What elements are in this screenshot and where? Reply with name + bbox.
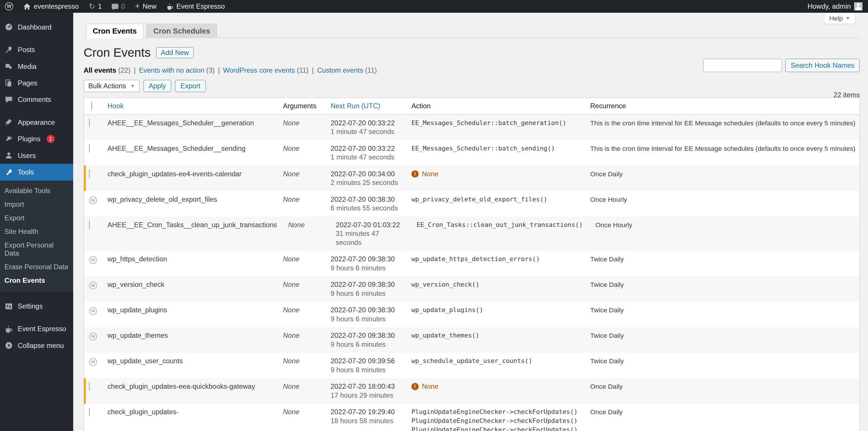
- row-checkbox[interactable]: [89, 382, 90, 391]
- plus-icon: +: [135, 2, 140, 10]
- tools-icon: [4, 168, 13, 177]
- search-input[interactable]: [703, 59, 782, 72]
- next-run-datetime: 2022-07-20 18:00:43: [331, 382, 400, 391]
- export-button[interactable]: Export: [175, 80, 206, 92]
- sidebar-item-collapse[interactable]: Collapse menu: [0, 337, 73, 354]
- hook-name: check_plugin_updates-: [102, 404, 277, 431]
- recurrence-cell: Twice Daily: [585, 327, 860, 353]
- recurrence-text: Once Daily: [590, 407, 854, 417]
- updates-menu[interactable]: ↻ 1: [84, 0, 107, 13]
- wordpress-logo-menu[interactable]: W: [0, 0, 18, 13]
- row-select-cell: W: [86, 191, 102, 217]
- sort-by-next-run-link[interactable]: Next Run (UTC): [331, 102, 380, 110]
- action-callback: wp_update_plugins(): [411, 306, 579, 315]
- submenu-item-import[interactable]: Import: [0, 197, 73, 211]
- row-checkbox[interactable]: [89, 221, 90, 229]
- row-checkbox[interactable]: [89, 170, 90, 178]
- wordpress-core-icon: W: [89, 256, 97, 264]
- sort-by-hook-link[interactable]: Hook: [107, 102, 124, 110]
- row-checkbox[interactable]: [89, 144, 90, 153]
- submenu-item-available-tools[interactable]: Available Tools: [0, 184, 73, 197]
- new-content-menu[interactable]: + New: [130, 0, 161, 13]
- next-run-relative: 9 hours 8 minutes: [331, 366, 400, 375]
- submenu-item-cron-events[interactable]: Cron Events: [0, 274, 73, 287]
- row-select-cell: [86, 217, 102, 251]
- sidebar-item-label: Event Espresso: [18, 325, 66, 333]
- action-cell: !None: [406, 378, 585, 404]
- action-none-label: None: [422, 170, 438, 179]
- filter-link-wordpress-core-events[interactable]: WordPress core events (11): [223, 66, 308, 74]
- sidebar-item-label: Comments: [18, 95, 51, 104]
- wordpress-core-icon: W: [89, 196, 97, 204]
- hook-name: wp_update_themes: [102, 327, 277, 353]
- event-espresso-adminbar-menu[interactable]: Event Espresso: [161, 0, 230, 13]
- sidebar-item-pages[interactable]: Pages: [0, 75, 73, 91]
- comments-menu[interactable]: 0: [107, 0, 130, 13]
- filter-link-custom-events[interactable]: Custom events (11): [317, 66, 377, 74]
- bulk-actions-select[interactable]: Bulk Actions ▼: [84, 80, 140, 92]
- filter-count: (22): [118, 66, 130, 74]
- submenu-item-site-health[interactable]: Site Health: [0, 225, 73, 238]
- next-run-relative: 17 hours 29 minutes: [331, 391, 400, 400]
- action-callback: wp_schedule_update_user_counts(): [411, 357, 579, 366]
- sidebar-item-appearance[interactable]: Appearance: [0, 114, 73, 130]
- wordpress-core-icon: W: [89, 333, 97, 340]
- action-callback: EE_Messages_Scheduler::batch_generation(…: [411, 119, 579, 128]
- search-hook-names-button[interactable]: Search Hook Names: [785, 59, 860, 72]
- sidebar-item-settings[interactable]: Settings: [0, 298, 73, 314]
- sidebar-item-label: Media: [18, 63, 36, 71]
- hook-name: wp_https_detection: [102, 251, 277, 276]
- hook-name: wp_privacy_delete_old_export_files: [102, 191, 277, 217]
- next-run-relative: 9 hours 6 minutes: [331, 340, 400, 349]
- next-run-cell: 2022-07-20 00:34:002 minutes 25 seconds: [325, 165, 406, 191]
- arguments-cell: None: [277, 353, 325, 378]
- sidebar-item-users[interactable]: Users: [0, 147, 73, 164]
- sidebar-item-tools[interactable]: Tools: [0, 164, 73, 180]
- arguments-none: None: [283, 332, 300, 339]
- tab-cron-events[interactable]: Cron Events: [86, 24, 144, 38]
- user-avatar[interactable]: [854, 2, 863, 11]
- arguments-cell: None: [277, 115, 325, 140]
- sidebar-item-media[interactable]: Media: [0, 58, 73, 75]
- action-cell: EE_Messages_Scheduler::batch_sending(): [406, 140, 585, 165]
- select-all-checkbox[interactable]: [91, 101, 92, 110]
- recurrence-cell: This is the cron time interval for EE Me…: [585, 140, 860, 165]
- apply-button[interactable]: Apply: [144, 80, 171, 92]
- sidebar-item-posts[interactable]: Posts: [0, 41, 73, 58]
- howdy-label[interactable]: Howdy, admin: [808, 2, 851, 10]
- arguments-header: Arguments: [277, 98, 325, 114]
- filter-link-all-events[interactable]: All events (22): [84, 66, 130, 74]
- coffee-cup-icon: [166, 3, 174, 10]
- row-select-cell: [86, 115, 102, 140]
- recurrence-cell: This is the cron time interval for EE Me…: [585, 115, 860, 140]
- sidebar-item-event-espresso[interactable]: Event Espresso: [0, 321, 73, 337]
- next-run-relative: 6 minutes 55 seconds: [331, 204, 400, 213]
- filter-link-events-with-no-action[interactable]: Events with no action (3): [139, 66, 215, 74]
- next-run-cell: 2022-07-20 01:03:2231 minutes 47 seconds: [330, 217, 411, 251]
- table-row: Wwp_update_user_countsNone2022-07-20 09:…: [84, 353, 859, 378]
- submenu-item-export-personal-data[interactable]: Export Personal Data: [0, 239, 73, 260]
- next-run-cell: 2022-07-20 09:38:309 hours 6 minutes: [325, 276, 406, 302]
- sidebar-item-label: Plugins: [18, 135, 40, 143]
- site-name-menu[interactable]: eventespresso: [18, 0, 84, 13]
- row-checkbox[interactable]: [89, 407, 90, 416]
- submenu-item-export[interactable]: Export: [0, 211, 73, 225]
- arguments-none: None: [283, 195, 300, 203]
- collapse-icon: [4, 341, 13, 350]
- sidebar-item-plugins[interactable]: Plugins1: [0, 130, 73, 147]
- add-new-button[interactable]: Add New: [156, 47, 194, 58]
- sidebar-item-label: Collapse menu: [18, 342, 64, 350]
- tab-cron-schedules[interactable]: Cron Schedules: [146, 24, 217, 38]
- hook-name: AHEE__EE_Cron_Tasks__clean_up_junk_trans…: [102, 217, 282, 251]
- recurrence-cell: Twice Daily: [585, 353, 860, 378]
- submenu-item-erase-personal-data[interactable]: Erase Personal Data: [0, 260, 73, 274]
- hook-name: wp_update_plugins: [102, 302, 277, 327]
- action-cell: PluginUpdateEngineChecker->checkForUpdat…: [406, 404, 585, 431]
- sidebar-item-comments[interactable]: Comments: [0, 91, 73, 108]
- row-checkbox[interactable]: [89, 119, 90, 127]
- arguments-cell: None: [277, 191, 325, 217]
- sidebar-item-dashboard[interactable]: Dashboard: [0, 19, 73, 35]
- help-button[interactable]: Help ▼: [824, 13, 855, 24]
- arguments-none: None: [283, 145, 300, 152]
- sidebar-item-label: Pages: [18, 79, 37, 87]
